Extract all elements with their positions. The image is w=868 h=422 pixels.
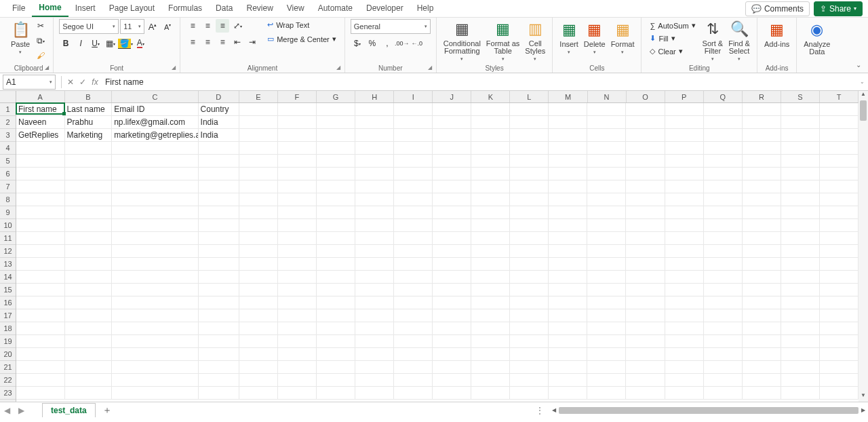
cell-I1[interactable]	[394, 103, 433, 116]
tab-data[interactable]: Data	[209, 1, 239, 16]
cell-K3[interactable]	[471, 129, 510, 142]
cell-H18[interactable]	[355, 322, 394, 335]
cell-A5[interactable]	[16, 155, 65, 168]
cell-E8[interactable]	[239, 193, 278, 206]
cell-P21[interactable]	[665, 361, 704, 374]
cell-J15[interactable]	[433, 284, 471, 296]
cell-P20[interactable]	[665, 348, 704, 361]
cell-L12[interactable]	[510, 245, 549, 258]
cell-A8[interactable]	[16, 193, 65, 206]
align-right-button[interactable]: ≡	[216, 35, 229, 49]
column-header-O[interactable]: O	[627, 91, 665, 102]
cell-J19[interactable]	[433, 335, 471, 348]
cell-B13[interactable]	[65, 258, 113, 271]
cell-C5[interactable]	[112, 155, 198, 168]
cell-F9[interactable]	[278, 206, 317, 219]
cell-F19[interactable]	[278, 335, 317, 348]
cell-K18[interactable]	[471, 322, 510, 335]
cell-L17[interactable]	[510, 309, 549, 322]
column-header-S[interactable]: S	[781, 91, 820, 102]
cell-B14[interactable]	[65, 271, 113, 284]
cell-F1[interactable]	[278, 103, 317, 116]
cell-B1[interactable]: Last name	[65, 103, 113, 116]
cell-O13[interactable]	[626, 258, 665, 271]
cell-I18[interactable]	[394, 322, 433, 335]
cell-S6[interactable]	[781, 168, 820, 180]
cell-J9[interactable]	[433, 206, 471, 219]
cell-C11[interactable]	[112, 232, 198, 245]
cell-P9[interactable]	[665, 206, 704, 219]
alignment-dialog-launcher[interactable]: ◢	[336, 64, 343, 71]
name-box[interactable]: A1 ▾	[3, 75, 56, 90]
cell-F7[interactable]	[278, 180, 317, 193]
cell-H7[interactable]	[355, 180, 394, 193]
cell-K12[interactable]	[471, 245, 510, 258]
column-header-J[interactable]: J	[433, 91, 471, 102]
cell-I15[interactable]	[394, 284, 433, 296]
cell-B7[interactable]	[65, 180, 113, 193]
cell-A20[interactable]	[16, 348, 65, 361]
cell-M21[interactable]	[549, 361, 587, 374]
row-header-14[interactable]: 14	[0, 271, 16, 284]
cell-I5[interactable]	[394, 155, 433, 168]
cell-A15[interactable]	[16, 284, 65, 296]
row-header-18[interactable]: 18	[0, 322, 16, 335]
cell-B17[interactable]	[65, 309, 113, 322]
row-header-13[interactable]: 13	[0, 258, 16, 271]
cell-Q17[interactable]	[704, 309, 743, 322]
tab-page-layout[interactable]: Page Layout	[102, 1, 161, 16]
cell-P5[interactable]	[665, 155, 704, 168]
cell-J21[interactable]	[433, 361, 471, 374]
cell-H2[interactable]	[355, 116, 394, 129]
cell-E20[interactable]	[239, 348, 278, 361]
cell-E15[interactable]	[239, 284, 278, 296]
cell-J12[interactable]	[433, 245, 471, 258]
cell-M13[interactable]	[549, 258, 587, 271]
cell-D23[interactable]	[199, 387, 239, 400]
column-header-L[interactable]: L	[510, 91, 549, 102]
column-header-D[interactable]: D	[199, 91, 239, 102]
cell-P19[interactable]	[665, 335, 704, 348]
cell-B9[interactable]	[65, 206, 113, 219]
cell-N16[interactable]	[587, 296, 626, 309]
cell-K9[interactable]	[471, 206, 510, 219]
cell-R7[interactable]	[743, 180, 781, 193]
cell-J1[interactable]	[433, 103, 471, 116]
cell-O5[interactable]	[626, 155, 665, 168]
cell-G13[interactable]	[317, 258, 355, 271]
percent-format-button[interactable]: %	[366, 37, 379, 50]
cell-N21[interactable]	[587, 361, 626, 374]
cell-J22[interactable]	[433, 374, 471, 387]
cell-K10[interactable]	[471, 219, 510, 232]
cell-I19[interactable]	[394, 335, 433, 348]
cell-D2[interactable]: India	[199, 116, 239, 129]
cell-B12[interactable]	[65, 245, 113, 258]
cell-L7[interactable]	[510, 180, 549, 193]
orientation-button[interactable]: ⤢▾	[231, 19, 244, 33]
number-format-combo[interactable]: General ▾	[351, 19, 431, 34]
font-color-button[interactable]: A▾	[134, 37, 147, 50]
cell-H1[interactable]	[355, 103, 394, 116]
expand-formula-bar-button[interactable]: ⌄	[856, 79, 868, 85]
cell-E19[interactable]	[239, 335, 278, 348]
cell-A9[interactable]	[16, 206, 65, 219]
tab-help[interactable]: Help	[410, 1, 441, 16]
cell-A14[interactable]	[16, 271, 65, 284]
cell-E2[interactable]	[239, 116, 278, 129]
cell-O15[interactable]	[626, 284, 665, 296]
cell-O6[interactable]	[626, 168, 665, 180]
row-header-20[interactable]: 20	[0, 348, 16, 361]
align-top-button[interactable]: ≡	[186, 19, 199, 33]
cell-P16[interactable]	[665, 296, 704, 309]
cell-R9[interactable]	[743, 206, 781, 219]
cell-E1[interactable]	[239, 103, 278, 116]
cell-K22[interactable]	[471, 374, 510, 387]
cell-G2[interactable]	[317, 116, 355, 129]
cell-T11[interactable]	[820, 232, 859, 245]
cell-B19[interactable]	[65, 335, 113, 348]
cell-C14[interactable]	[112, 271, 198, 284]
cell-Q6[interactable]	[704, 168, 743, 180]
column-header-F[interactable]: F	[278, 91, 317, 102]
cell-B16[interactable]	[65, 296, 113, 309]
cell-M9[interactable]	[549, 206, 587, 219]
